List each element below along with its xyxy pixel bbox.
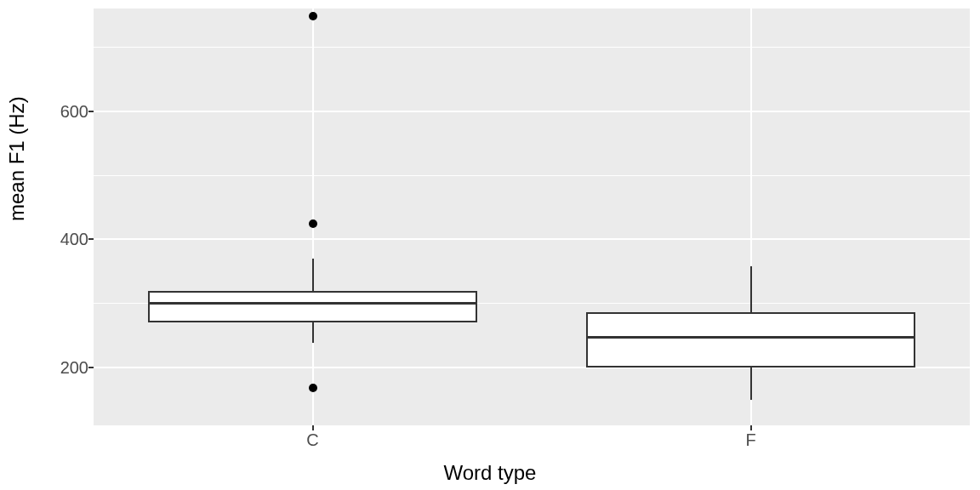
outlier-point <box>309 384 317 392</box>
box <box>586 312 914 368</box>
box <box>148 291 476 323</box>
y-axis-title: mean F1 (Hz) <box>5 96 29 221</box>
outlier-point <box>309 219 317 228</box>
y-tick-mark <box>88 238 94 240</box>
whisker-upper <box>750 266 752 312</box>
y-tick-label: 400 <box>54 230 88 249</box>
y-tick-mark <box>88 111 94 112</box>
vgridline-major <box>312 9 314 425</box>
y-tick-label: 600 <box>54 101 88 121</box>
median-line <box>148 302 476 305</box>
plot-panel <box>94 9 970 425</box>
gridline-major <box>94 111 970 112</box>
boxplot-chart: mean F1 (Hz) Word type CF200400600 <box>0 0 980 490</box>
whisker-lower <box>750 368 752 400</box>
whisker-lower <box>312 322 314 343</box>
y-tick-mark <box>88 367 94 368</box>
x-axis-title: Word type <box>0 461 980 485</box>
gridline-minor <box>94 47 970 48</box>
whisker-upper <box>312 259 314 291</box>
gridline-major <box>94 238 970 240</box>
outlier-point <box>309 12 317 20</box>
gridline-minor <box>94 175 970 176</box>
x-tick-label: F <box>745 430 755 450</box>
median-line <box>586 336 914 339</box>
y-tick-label: 200 <box>54 358 88 378</box>
x-tick-label: C <box>306 430 318 450</box>
